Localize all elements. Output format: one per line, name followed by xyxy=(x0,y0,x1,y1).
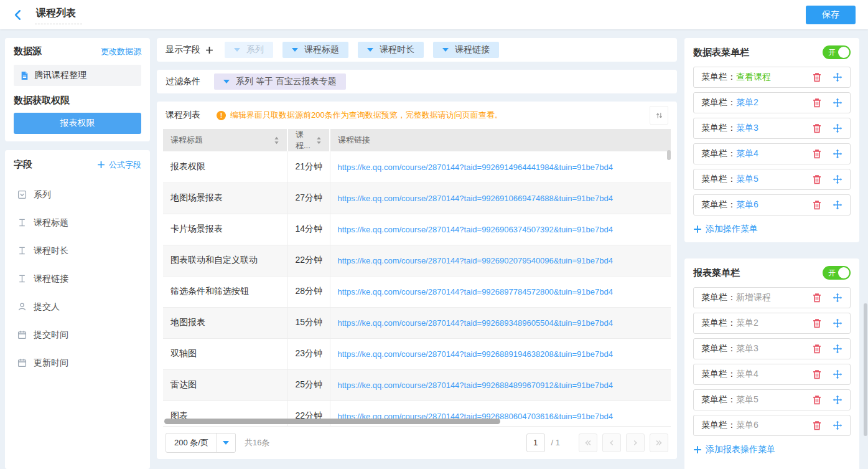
move-icon[interactable] xyxy=(833,344,842,354)
menu-item-value[interactable]: 菜单2 xyxy=(736,97,758,108)
table-row: 双轴图23分钟https://ke.qq.com/course/2870144?… xyxy=(163,338,671,369)
trash-icon[interactable] xyxy=(812,72,822,82)
trash-icon[interactable] xyxy=(812,369,822,379)
field-item[interactable]: 提交时间 xyxy=(17,321,141,349)
move-icon[interactable] xyxy=(833,318,842,328)
trash-icon[interactable] xyxy=(812,174,822,184)
change-datasource-link[interactable]: 更改数据源 xyxy=(101,46,141,57)
display-field-tag[interactable]: 课程时长 xyxy=(358,42,424,58)
field-item[interactable]: 更新时间 xyxy=(17,349,141,377)
add-report-menu-link[interactable]: 添加报表操作菜单 xyxy=(693,444,851,455)
back-button[interactable] xyxy=(12,9,25,21)
horizontal-scrollbar[interactable] xyxy=(164,419,500,424)
trash-icon[interactable] xyxy=(812,395,822,405)
trash-icon[interactable] xyxy=(812,123,822,133)
first-page-button[interactable] xyxy=(579,433,597,452)
column-header-course-link[interactable]: 课程链接 xyxy=(330,129,671,151)
field-item[interactable]: 提交人 xyxy=(17,293,141,321)
datatable-menubar-toggle[interactable]: 开 xyxy=(823,45,851,59)
move-icon[interactable] xyxy=(833,174,842,184)
move-icon[interactable] xyxy=(833,123,842,133)
last-page-button[interactable] xyxy=(650,433,668,452)
move-icon[interactable] xyxy=(833,149,842,159)
filter-condition-tag[interactable]: 系列 等于 百宝云报表专题 xyxy=(214,73,346,90)
move-icon[interactable] xyxy=(833,98,842,108)
fields-title: 字段 xyxy=(14,159,32,171)
menu-item-value[interactable]: 菜单4 xyxy=(736,148,758,159)
datasource-item[interactable]: 腾讯课程整理 xyxy=(14,65,141,86)
course-link[interactable]: https://ke.qq.com/course/2870144?taid=99… xyxy=(338,287,613,296)
course-link[interactable]: https://ke.qq.com/course/2870144?taid=99… xyxy=(338,318,613,328)
course-duration-cell: 28分钟 xyxy=(287,276,330,307)
text-icon xyxy=(17,274,27,283)
trash-icon[interactable] xyxy=(812,98,822,108)
menu-item-value[interactable]: 菜单3 xyxy=(736,123,758,134)
trash-icon[interactable] xyxy=(812,344,822,354)
menu-item-value[interactable]: 菜单2 xyxy=(736,318,758,329)
row-order-button[interactable] xyxy=(650,106,668,125)
trash-icon[interactable] xyxy=(812,200,822,210)
add-display-field-button[interactable] xyxy=(205,46,213,54)
trash-icon[interactable] xyxy=(812,293,822,303)
menu-item-value[interactable]: 菜单4 xyxy=(736,369,758,380)
trash-icon[interactable] xyxy=(812,318,822,328)
menu-item-label: 菜单栏： xyxy=(701,123,736,134)
page-vertical-scrollbar[interactable] xyxy=(864,303,867,436)
menu-item-value[interactable]: 菜单5 xyxy=(736,394,758,405)
field-item[interactable]: 课程时长 xyxy=(17,237,141,265)
menu-item: 菜单栏：菜单5 xyxy=(693,169,851,190)
report-permission-button[interactable]: 报表权限 xyxy=(14,113,141,134)
course-link[interactable]: https://ke.qq.com/course/2870144?taid=99… xyxy=(338,256,613,265)
sort-icon[interactable] xyxy=(316,136,322,145)
field-label: 提交时间 xyxy=(34,329,68,341)
chevron-right-icon xyxy=(631,438,640,447)
prev-page-button[interactable] xyxy=(602,433,621,452)
trash-icon[interactable] xyxy=(812,149,822,159)
display-field-tag[interactable]: 课程标题 xyxy=(282,42,348,58)
menu-item-value[interactable]: 菜单5 xyxy=(736,174,758,185)
field-item[interactable]: 课程链接 xyxy=(17,265,141,293)
column-header-course-title[interactable]: 课程标题 xyxy=(163,129,287,151)
table-scroll-area[interactable]: 课程标题 课程... xyxy=(163,129,671,426)
course-link[interactable]: https://ke.qq.com/course/2870144?taid=99… xyxy=(338,381,613,390)
trash-icon[interactable] xyxy=(812,420,822,430)
add-menu-link[interactable]: 添加操作菜单 xyxy=(693,224,851,235)
display-field-tag[interactable]: 系列 xyxy=(225,42,273,58)
move-icon[interactable] xyxy=(833,420,842,430)
menu-item-label: 菜单栏： xyxy=(701,174,736,185)
move-icon[interactable] xyxy=(833,369,842,379)
column-header-course-duration[interactable]: 课程... xyxy=(287,129,330,151)
move-icon[interactable] xyxy=(833,293,842,303)
menu-item-value[interactable]: 菜单3 xyxy=(736,343,758,354)
field-item[interactable]: 系列 xyxy=(17,181,141,209)
menu-item-value[interactable]: 菜单6 xyxy=(736,420,758,431)
display-field-tag[interactable]: 课程链接 xyxy=(433,42,499,58)
save-button[interactable]: 保存 xyxy=(806,6,856,24)
report-menubar-toggle[interactable]: 开 xyxy=(823,266,851,280)
move-icon[interactable] xyxy=(833,395,842,405)
page-size-select[interactable]: 200 条/页 xyxy=(166,433,236,453)
move-icon[interactable] xyxy=(833,200,842,210)
toggle-knob xyxy=(838,267,849,278)
current-page-input[interactable]: 1 xyxy=(526,433,545,452)
course-link[interactable]: https://ke.qq.com/course/2870144?taid=99… xyxy=(338,349,613,359)
menu-item-label: 菜单栏： xyxy=(701,72,736,83)
menu-item: 菜单栏：菜单2 xyxy=(693,313,851,334)
add-formula-field-link[interactable]: 公式字段 xyxy=(97,159,141,171)
menu-item-value[interactable]: 查看课程 xyxy=(736,72,771,83)
course-link[interactable]: https://ke.qq.com/course/2870144?taid=99… xyxy=(338,225,613,234)
sort-icon[interactable] xyxy=(274,136,279,145)
field-item[interactable]: 课程标题 xyxy=(17,209,141,237)
course-duration-cell: 27分钟 xyxy=(287,182,330,214)
top-bar: 课程列表 保存 xyxy=(0,0,868,29)
move-icon[interactable] xyxy=(833,72,842,82)
menu-item-actions xyxy=(812,123,842,133)
menu-item-value[interactable]: 菜单6 xyxy=(736,199,758,211)
course-link[interactable]: https://ke.qq.com/course/2870144?taid=99… xyxy=(338,163,613,172)
menu-item: 菜单栏：菜单6 xyxy=(693,415,851,436)
menu-item-value[interactable]: 新增课程 xyxy=(736,292,771,303)
next-page-button[interactable] xyxy=(626,433,645,452)
table-vertical-scrollbar[interactable] xyxy=(667,150,671,160)
menu-item-label: 菜单栏： xyxy=(701,97,736,108)
course-link[interactable]: https://ke.qq.com/course/2870144?taid=99… xyxy=(338,194,613,203)
